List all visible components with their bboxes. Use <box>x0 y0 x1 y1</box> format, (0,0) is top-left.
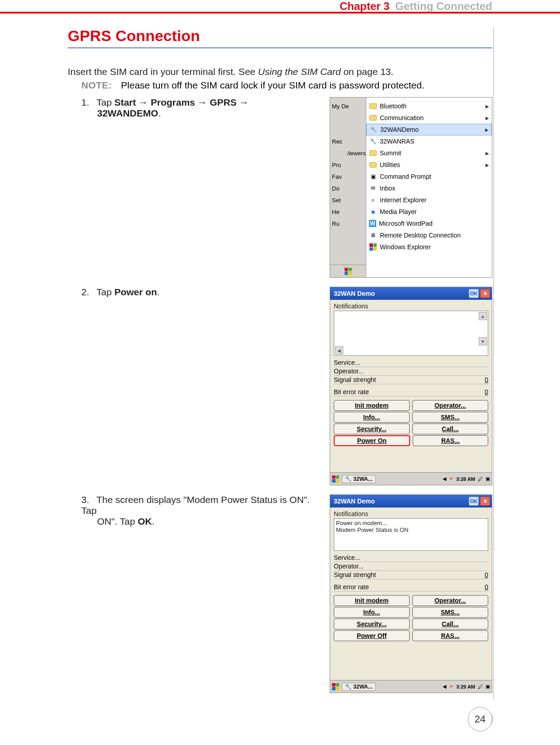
menu-windows-explorer[interactable]: Windows Explorer <box>366 241 492 253</box>
scroll-down-button[interactable]: ▼ <box>479 337 487 345</box>
info-button[interactable]: Info... <box>334 607 410 618</box>
chapter-number: Chapter 3 <box>340 0 390 12</box>
power-on-button[interactable]: Power On <box>334 435 410 446</box>
window-title: 32WAN Demo <box>334 498 375 505</box>
notifications-label: Notifications <box>334 510 488 517</box>
ok-button[interactable]: OK <box>469 289 479 298</box>
power-off-button[interactable]: Power Off <box>334 630 410 641</box>
left-item[interactable]: He <box>330 206 366 218</box>
folder-icon <box>369 102 377 110</box>
start-icon[interactable] <box>332 683 339 690</box>
ras-button[interactable]: RAS... <box>413 435 488 446</box>
notifications-list[interactable]: ▲ ▼ ◀ <box>334 311 488 356</box>
step-1-text: 1. Tap Start → Programs → GPRS → 32WANDE… <box>68 97 325 119</box>
ie-icon: ｅ <box>369 196 377 204</box>
menu-bluetooth[interactable]: Bluetooth▶ <box>366 100 492 112</box>
step-3-num: 3. <box>81 494 94 505</box>
info-button[interactable]: Info... <box>334 412 410 423</box>
left-item[interactable]: Pro <box>330 159 366 171</box>
step-3-text: 3. The screen displays "Modem Power Stat… <box>68 494 325 527</box>
scroll-up-button[interactable]: ▲ <box>479 312 487 320</box>
status-grid: Service... Operator... Signal strenght0 … <box>334 359 488 396</box>
folder-icon <box>369 149 377 157</box>
step-2-text: 2. Tap Power on. <box>68 287 325 298</box>
screenshot-start-menu: My De Rec /iewers Pro Fav Do Set He Ru B… <box>330 97 492 278</box>
close-button[interactable]: ✕ <box>480 289 490 298</box>
scroll-left-button[interactable]: ◀ <box>335 346 343 354</box>
menu-utilities[interactable]: Utilities▶ <box>366 159 492 171</box>
notif-line: Power on modem... <box>336 520 486 526</box>
intro-link: Using the SIM Card <box>258 66 341 77</box>
menu-rdp[interactable]: 🖥Remote Desktop Connection <box>366 229 492 241</box>
step-2: 2. Tap Power on. 32WAN Demo OK ✕ Notific… <box>68 287 492 485</box>
sms-button[interactable]: SMS... <box>412 412 488 423</box>
ras-button[interactable]: RAS... <box>412 630 488 641</box>
step-1-num: 1. <box>81 97 94 108</box>
note-text: Please turn off the SIM card lock if you… <box>121 80 425 90</box>
init-modem-button[interactable]: Init modem <box>334 400 410 411</box>
tray-icon[interactable]: ☀ <box>449 684 453 689</box>
left-item[interactable]: Rec <box>330 135 366 147</box>
left-item[interactable]: Ru <box>330 218 366 229</box>
left-item[interactable]: Do <box>330 182 366 194</box>
screenshot-32wan-power-on: 32WAN Demo OK ✕ Notifications ▲ ▼ ◀ Serv… <box>330 287 492 485</box>
menu-wordpad[interactable]: WMicrosoft WordPad <box>366 218 492 229</box>
tray-icon[interactable]: ☀ <box>449 476 453 482</box>
chapter-title: Getting Connected <box>395 0 492 12</box>
taskbar-app[interactable]: 🔧 32WA... <box>342 683 376 691</box>
menu-summit[interactable]: Summit▶ <box>366 147 492 159</box>
operator-button[interactable]: Operator... <box>412 595 488 606</box>
clock: 3:28 AM <box>456 476 475 482</box>
window-title: 32WAN Demo <box>334 290 375 297</box>
intro-suffix: on page 13. <box>341 66 394 77</box>
menu-command-prompt[interactable]: ▣Command Prompt <box>366 171 492 182</box>
menu-inbox[interactable]: ✉Inbox <box>366 182 492 194</box>
clock: 3:29 AM <box>456 684 475 689</box>
taskbar-app[interactable]: 🔧 32WA... <box>342 475 376 483</box>
window-titlebar: 32WAN Demo OK ✕ <box>330 287 492 300</box>
left-item[interactable]: Set <box>330 194 366 206</box>
notifications-list[interactable]: Power on modem... Modem Power Status is … <box>334 518 488 551</box>
close-button[interactable]: ✕ <box>480 497 490 506</box>
tray-icon[interactable]: 🖊 <box>478 476 483 482</box>
window-titlebar: 32WAN Demo OK ✕ <box>330 495 492 508</box>
call-button[interactable]: Call... <box>412 619 488 629</box>
note-line: NOTE:Please turn off the SIM card lock i… <box>81 80 492 91</box>
start-icon[interactable] <box>332 475 339 483</box>
operator-button[interactable]: Operator... <box>412 400 488 411</box>
menu-32wanras[interactable]: 🔧32WANRAS <box>366 135 492 147</box>
tray-icon[interactable]: ◀ <box>443 684 446 689</box>
folder-icon <box>369 114 377 122</box>
screenshot-32wan-status: 32WAN Demo OK ✕ Notifications Power on m… <box>330 494 492 693</box>
menu-32wandemo[interactable]: 🔧32WANDemo▶ <box>366 124 492 135</box>
security-button[interactable]: Security... <box>334 424 410 434</box>
tray-icon[interactable]: ◀ <box>443 476 446 482</box>
chevron-right-icon: ▶ <box>485 127 489 132</box>
app-icon: 🔧 <box>369 126 378 134</box>
rdp-icon: 🖥 <box>369 231 377 239</box>
note-label: NOTE: <box>81 80 112 90</box>
menu-communication[interactable]: Communication▶ <box>366 112 492 124</box>
menu-media-player[interactable]: ◉Media Player <box>366 206 492 218</box>
ok-button[interactable]: OK <box>469 497 479 506</box>
chapter-header: Chapter 3 Getting Connected <box>340 0 492 13</box>
page-number: 24 <box>468 707 492 731</box>
mail-icon: ✉ <box>369 184 377 192</box>
menu-internet-explorer[interactable]: ｅInternet Explorer <box>366 194 492 206</box>
tray-icon[interactable]: ▣ <box>485 476 490 482</box>
tray-icon[interactable]: ▣ <box>485 684 490 689</box>
right-margin-line <box>493 27 494 700</box>
sms-button[interactable]: SMS... <box>412 607 488 618</box>
security-button[interactable]: Security... <box>334 619 410 629</box>
taskbar: 🔧 32WA... ◀ ☀ 3:29 AM 🖊 ▣ <box>330 680 492 693</box>
left-item[interactable]: Fav <box>330 171 366 182</box>
status-grid: Service... Operator... Signal strenght0 … <box>334 554 488 591</box>
init-modem-button[interactable]: Init modem <box>334 595 410 606</box>
tray-icon[interactable]: 🖊 <box>478 684 483 689</box>
left-item[interactable]: My De <box>330 100 366 112</box>
call-button[interactable]: Call... <box>412 424 488 434</box>
startmenu-left-column: My De Rec /iewers Pro Fav Do Set He Ru <box>330 98 366 277</box>
media-icon: ◉ <box>369 208 377 216</box>
start-button[interactable] <box>330 265 366 277</box>
chevron-right-icon: ▶ <box>485 104 489 109</box>
